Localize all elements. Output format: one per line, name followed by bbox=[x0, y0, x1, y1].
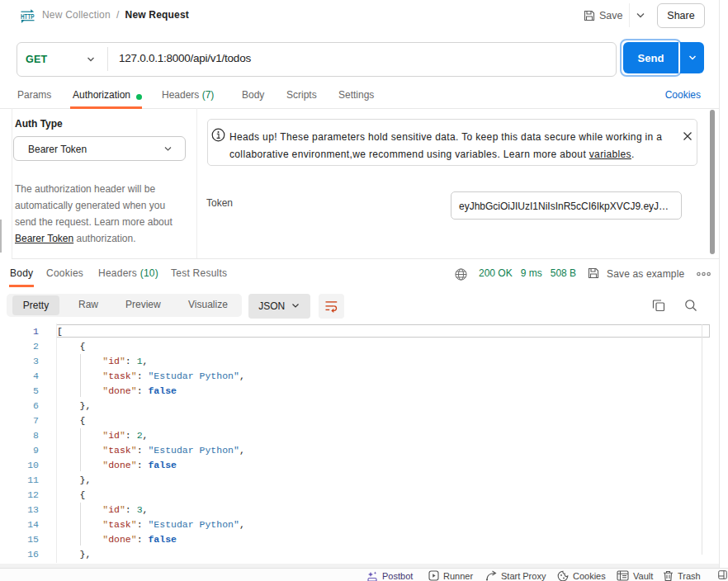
svg-text:HTTP: HTTP bbox=[21, 12, 35, 21]
